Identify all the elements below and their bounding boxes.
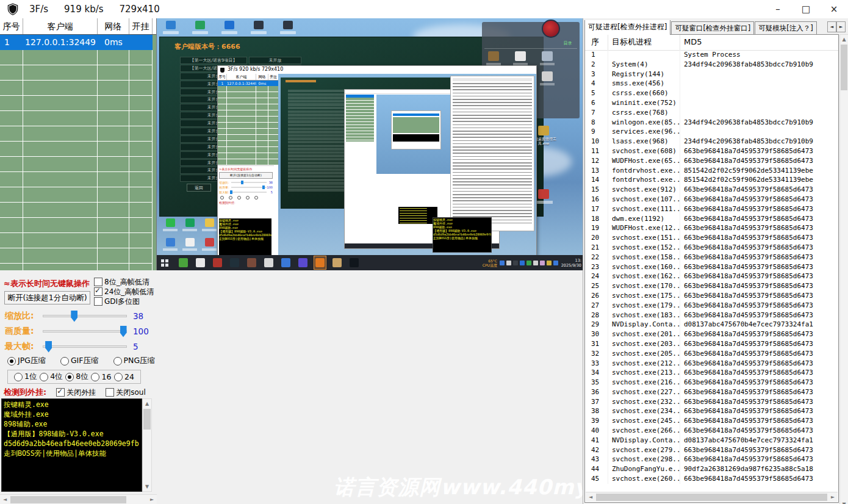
process-row[interactable]: 15 svchost.exe(912) 663be968418a7d459537… bbox=[585, 185, 838, 195]
taskbar-app-icon[interactable] bbox=[348, 256, 360, 269]
process-row[interactable]: 29 NVDisplay.Conta... d08137abc475670b4e… bbox=[585, 320, 838, 329]
scrollbar-thumb[interactable] bbox=[10, 496, 126, 503]
radio-circle[interactable] bbox=[114, 373, 123, 381]
radio-circle[interactable] bbox=[60, 357, 69, 365]
slider-track[interactable] bbox=[43, 345, 127, 348]
scrollbar-thumb[interactable] bbox=[143, 409, 151, 430]
slider-thumb[interactable] bbox=[45, 341, 52, 353]
scrollbar-thumb[interactable] bbox=[841, 45, 847, 90]
desktop-icon[interactable] bbox=[180, 218, 199, 237]
color-depth-radio[interactable]: 24 bbox=[114, 372, 134, 381]
checkbox-box[interactable] bbox=[94, 278, 102, 286]
maximize-button[interactable]: □ bbox=[792, 0, 820, 18]
process-row[interactable]: 23 svchost.exe(160... 663be968418a7d4595… bbox=[585, 262, 838, 272]
checkbox-box[interactable] bbox=[106, 388, 114, 397]
file-item[interactable] bbox=[486, 51, 501, 65]
display-mode-checkbox[interactable]: 8位_高帧低清 bbox=[94, 277, 154, 287]
taskbar-app-icon[interactable] bbox=[263, 256, 275, 269]
process-tab[interactable]: 可疑进程[检查外挂进程] bbox=[584, 20, 670, 35]
compression-radio[interactable]: GIF压缩 bbox=[60, 356, 99, 366]
process-row[interactable]: 30 svchost.exe(201... 663be968418a7d4595… bbox=[585, 329, 838, 339]
color-depth-radio[interactable]: 16 bbox=[91, 372, 111, 381]
process-row[interactable]: 6 wininit.exe(752) bbox=[585, 98, 838, 108]
minimize-button[interactable]: – bbox=[764, 0, 792, 18]
taskbar-app-icon[interactable] bbox=[178, 256, 189, 269]
process-row[interactable]: 32 svchost.exe(205... 663be968418a7d4595… bbox=[585, 349, 838, 359]
process-row[interactable]: 35 svchost.exe(216... 663be968418a7d4595… bbox=[585, 378, 838, 387]
process-tab[interactable]: 可疑窗口[检查外挂窗口] bbox=[671, 21, 754, 35]
taskbar-app-icon[interactable] bbox=[297, 256, 309, 269]
radio-circle[interactable] bbox=[65, 373, 74, 381]
server-slot-row[interactable]: 【第一大区/诺言9项目】 未开放 bbox=[180, 57, 302, 64]
tray-icon[interactable] bbox=[533, 261, 538, 265]
process-row[interactable]: 37 svchost.exe(232... 663be968418a7d4595… bbox=[585, 397, 838, 407]
console-scrollbar[interactable]: ▲ ▼ bbox=[142, 398, 152, 492]
process-row[interactable]: 3 Registry(144) bbox=[585, 70, 838, 79]
process-tab[interactable]: 可疑模块[注入？] bbox=[755, 21, 816, 35]
desktop-icon[interactable] bbox=[199, 238, 219, 256]
process-row[interactable]: 42 svchost.exe(279... 663be968418a7d4595… bbox=[585, 445, 838, 455]
checkbox-box[interactable] bbox=[94, 297, 102, 306]
process-row[interactable]: 34 svchost.exe(213... 663be968418a7d4595… bbox=[585, 368, 838, 378]
file-item[interactable] bbox=[539, 51, 555, 65]
compression-radio[interactable]: PNG压缩 bbox=[113, 356, 156, 366]
process-horizontal-scrollbar[interactable]: ◄ ► bbox=[586, 492, 838, 502]
process-row[interactable]: 33 svchost.exe(212... 663be968418a7d4595… bbox=[585, 359, 838, 369]
radio-circle[interactable] bbox=[14, 373, 23, 381]
cheat-action-checkbox[interactable]: 关闭soul bbox=[106, 387, 146, 398]
cheat-action-checkbox[interactable]: 关闭外挂 bbox=[56, 387, 96, 398]
process-row[interactable]: 19 WUDFHost.exe(12... 663be968418a7d4595… bbox=[585, 223, 838, 233]
taskbar-app-icon[interactable] bbox=[246, 256, 257, 269]
radio-circle[interactable] bbox=[40, 373, 48, 381]
process-row[interactable]: 38 svchost.exe(234... 663be968418a7d4595… bbox=[585, 406, 838, 416]
desktop-icon[interactable] bbox=[199, 218, 219, 237]
file-item[interactable] bbox=[512, 51, 528, 65]
compression-radio[interactable]: JPG压缩 bbox=[7, 356, 46, 366]
scrollbar-thumb[interactable] bbox=[596, 494, 827, 501]
disconnect-button[interactable]: 断开(连接超1分自动断) bbox=[4, 291, 90, 304]
process-row[interactable]: 14 fontdrvhost.exe... 851542d2f02c59f906… bbox=[585, 175, 838, 185]
process-row[interactable]: 10 lsass.exe(968) 234df94c209638fab4853b… bbox=[585, 137, 838, 146]
slider-track[interactable] bbox=[43, 330, 127, 333]
tray-icon[interactable] bbox=[547, 261, 552, 265]
radio-circle[interactable] bbox=[91, 373, 99, 381]
process-row[interactable]: 13 fontdrvhost.exe... 851542d2f02c59f906… bbox=[585, 166, 838, 176]
color-depth-radio[interactable]: 8位 bbox=[65, 372, 88, 382]
scroll-right-icon[interactable]: ► bbox=[828, 492, 838, 502]
process-row[interactable]: 18 dwm.exe(1192) 663be968418a7d4595379f5… bbox=[585, 214, 838, 224]
remote-desktop-view[interactable]: 客户端版本号：6666 【第一大区/诺言9项目】 未开放 【第一大区/诺言9项目… bbox=[157, 18, 583, 270]
slider-thumb[interactable] bbox=[120, 326, 127, 337]
tray-icon[interactable] bbox=[520, 261, 525, 265]
slider-track[interactable] bbox=[43, 315, 127, 317]
process-row[interactable]: 28 svchost.exe(183... 663be968418a7d4595… bbox=[585, 311, 838, 320]
process-row[interactable]: 45 svchost.exe(260... 663be968418a7d4595… bbox=[585, 474, 838, 484]
directory-tab[interactable] bbox=[540, 39, 558, 48]
color-depth-radio[interactable]: 1位 bbox=[14, 372, 37, 382]
process-row[interactable]: 36 svchost.exe(227... 663be968418a7d4595… bbox=[585, 387, 838, 397]
scroll-right-icon[interactable]: ► bbox=[147, 495, 157, 504]
scroll-left-icon[interactable]: ◄ bbox=[0, 495, 10, 504]
process-row[interactable]: 2 System(4) 234df94c209638fab4853bdcc7b9… bbox=[585, 60, 838, 70]
process-row[interactable]: 8 winlogon.exe(85... 234df94c209638fab48… bbox=[585, 118, 838, 128]
directory-tab-active[interactable]: 目录 bbox=[559, 39, 577, 48]
taskbar-clock[interactable]: 13: 2025/9/30 bbox=[561, 258, 581, 268]
taskbar-app-icon[interactable] bbox=[280, 256, 292, 269]
tray-icon[interactable] bbox=[513, 261, 518, 265]
close-button[interactable]: × bbox=[820, 0, 848, 18]
desktop-icon[interactable] bbox=[248, 21, 269, 34]
back-button[interactable]: 返回 bbox=[187, 184, 211, 192]
desktop-icon[interactable] bbox=[160, 218, 180, 237]
process-row[interactable]: 24 svchost.exe(162... 663be968418a7d4595… bbox=[585, 272, 838, 281]
checkbox-box[interactable] bbox=[94, 287, 102, 296]
desktop-icon[interactable] bbox=[278, 21, 298, 34]
color-depth-radio[interactable]: 4位 bbox=[40, 372, 62, 382]
process-row[interactable]: 1 System Process bbox=[585, 50, 838, 60]
slider-thumb[interactable] bbox=[71, 311, 77, 322]
process-row[interactable]: 40 svchost.exe(266... 663be968418a7d4595… bbox=[585, 426, 838, 436]
process-vertical-scrollbar[interactable]: ▲ ▼ bbox=[839, 34, 848, 504]
process-row[interactable]: 17 svchost.exe(111... 663be968418a7d4595… bbox=[585, 204, 838, 214]
directory-tab[interactable] bbox=[484, 39, 503, 48]
process-row[interactable]: 7 csrss.exe(768) bbox=[585, 108, 838, 118]
tray-icon[interactable] bbox=[506, 261, 511, 265]
desktop-icon[interactable] bbox=[160, 238, 180, 256]
